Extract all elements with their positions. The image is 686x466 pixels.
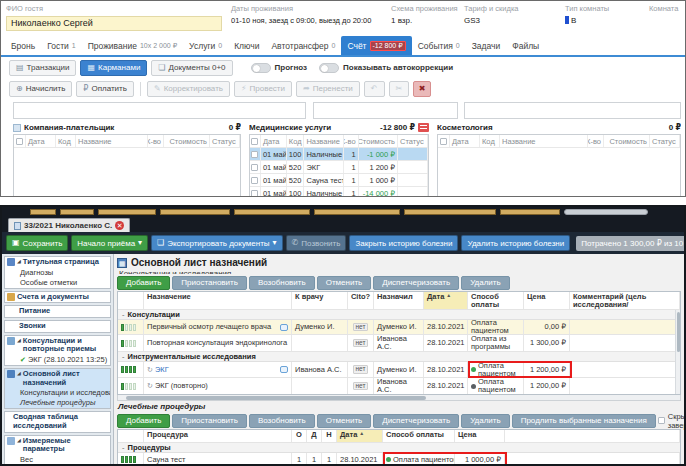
pay-button[interactable]: ₽Оплатить bbox=[76, 81, 134, 97]
row-checkbox[interactable] bbox=[251, 190, 258, 197]
sidebar-item-calls[interactable]: Звонки bbox=[5, 321, 110, 332]
row-checkbox[interactable] bbox=[251, 164, 258, 171]
tab-transfer[interactable]: Автотрансфер0 bbox=[265, 36, 341, 55]
stay-dates-value[interactable]: 01-10 ноя, заезд с 09:00, выезд до 20:00 bbox=[231, 16, 387, 25]
tab-events[interactable]: События0 bbox=[412, 36, 466, 55]
documents-button[interactable]: ❏Документы 0+0 bbox=[151, 60, 232, 76]
hide-completed-checkbox[interactable] bbox=[658, 417, 665, 424]
charge-button[interactable]: ⊕Начислить bbox=[9, 81, 72, 97]
tab-files[interactable]: Файлы bbox=[506, 36, 545, 55]
start-visit-button[interactable]: Начало приёма▾ bbox=[71, 235, 148, 251]
sidebar-item-measured-params[interactable]: ◢Измеряемые параметры bbox=[5, 436, 110, 455]
pause-button[interactable]: Приостановить bbox=[172, 414, 247, 428]
table-row[interactable]: 01 май 520 ЭКГ 1 1 200 ₽ bbox=[250, 161, 428, 174]
room-type-value[interactable]: В bbox=[565, 16, 609, 25]
pause-button[interactable]: Приостановить bbox=[172, 276, 247, 290]
table-row[interactable]: 01 май 520 Сауна тест 1 1 000 ₽ bbox=[250, 174, 428, 187]
table-row[interactable]: ↻ЭКГ Иванова А.С. нет Думенко И. 28.10.2… bbox=[118, 362, 680, 378]
comment-bubble-icon[interactable] bbox=[280, 324, 288, 331]
transfer-arrow-icon: ➦ bbox=[303, 85, 310, 93]
sidebar-group-title-page: ◢Титульная страница Диагнозы Особые отме… bbox=[4, 256, 111, 289]
table-row[interactable]: 01 май 100 Наличные 1 -1 000 ₽ bbox=[250, 148, 428, 161]
sidebar-item-bills-documents[interactable]: Счета и документы bbox=[5, 292, 110, 303]
close-tab-icon[interactable]: ✕ bbox=[115, 221, 124, 230]
select-all-checkbox[interactable] bbox=[251, 138, 258, 145]
group-row-instrumental[interactable]: -Инструментальные исследования bbox=[118, 352, 680, 362]
call-button[interactable]: ✆Позвонить bbox=[286, 235, 347, 251]
dispatch-button[interactable]: Диспетчеризовать bbox=[373, 276, 459, 290]
check-icon: ✔ bbox=[20, 356, 26, 363]
group-row-consultations[interactable]: -Консультации bbox=[118, 310, 680, 320]
sidebar-item-consult-research[interactable]: Консультации и исследования bbox=[5, 388, 110, 398]
forecast-toggle[interactable] bbox=[251, 63, 271, 73]
tab-tasks[interactable]: Задачи bbox=[466, 36, 507, 55]
sidebar-item-summary-table[interactable]: Сводная таблица исследований bbox=[5, 412, 110, 431]
resume-button[interactable]: Возобновить bbox=[249, 414, 315, 428]
collapse-icon: - bbox=[122, 443, 125, 452]
pockets-button[interactable]: ▦Карманами bbox=[80, 60, 147, 76]
comment-bubble-icon[interactable] bbox=[280, 366, 288, 373]
transfer-button[interactable]: ➦Перенести bbox=[296, 81, 360, 97]
correct-button[interactable]: ✎Корректировать bbox=[147, 81, 230, 97]
tab-bron[interactable]: Бронь bbox=[5, 36, 41, 55]
row-checkbox[interactable] bbox=[251, 177, 258, 184]
select-all-checkbox[interactable] bbox=[440, 138, 447, 145]
close-history-button[interactable]: Закрыть историю болезни bbox=[349, 235, 458, 251]
tab-services[interactable]: Услуги0 bbox=[183, 36, 228, 55]
sidebar-item-treatment-procedures[interactable]: Лечебные процедуры bbox=[5, 398, 110, 408]
tariff-value[interactable]: GS3 bbox=[464, 16, 519, 25]
emr-body: ◢Титульная страница Диагнозы Особые отме… bbox=[2, 254, 684, 466]
table-row[interactable]: ↻ЭКГ (повторно) нет Иванова А.С. 28.10.2… bbox=[118, 378, 680, 394]
sidebar-item-nutrition[interactable]: Питание bbox=[5, 306, 110, 317]
tab-keys[interactable]: Ключи bbox=[228, 36, 265, 55]
delete-button[interactable]: Удалить bbox=[461, 276, 510, 290]
transactions-icon: ▤ bbox=[16, 64, 24, 72]
sidebar-item-title-page[interactable]: ◢Титульная страница bbox=[5, 257, 110, 268]
vertical-scrollbar[interactable] bbox=[675, 310, 680, 394]
tab-stay[interactable]: Проживание10х 2 000 ₽ bbox=[82, 36, 183, 55]
delete-history-button[interactable]: Удалить историю болезни bbox=[461, 235, 570, 251]
prolong-button[interactable]: Продлить выбранные назначения bbox=[512, 414, 656, 428]
group-row-procedures[interactable]: -Процедуры bbox=[118, 443, 680, 453]
emr-tab-case[interactable]: 33/2021 Николаенко С. ✕ bbox=[8, 218, 130, 232]
table-row[interactable]: Первичный осмотр лечащего врача Думенко … bbox=[118, 320, 680, 335]
undo-button[interactable]: ↶ bbox=[364, 81, 385, 97]
sidebar-item-weight[interactable]: Вес bbox=[5, 455, 110, 465]
export-documents-button[interactable]: ❏Экспортировать документы▾ bbox=[151, 235, 283, 251]
add-button[interactable]: Добавить bbox=[117, 414, 170, 428]
tab-account[interactable]: Счёт-12 800 ₽ bbox=[341, 36, 411, 55]
fiscal-printer-icon[interactable] bbox=[418, 123, 429, 132]
tab-guests[interactable]: Гости1 bbox=[41, 36, 82, 55]
select-all-checkbox[interactable] bbox=[16, 138, 23, 145]
hide-completed-control[interactable]: Скрывать завершенные bbox=[658, 412, 684, 430]
dispatch-button[interactable]: Диспетчеризовать bbox=[373, 414, 459, 428]
row-checkbox[interactable] bbox=[251, 151, 258, 158]
cancel-button[interactable]: Отменить bbox=[317, 276, 372, 290]
sidebar-item-special-notes[interactable]: Особые отметки bbox=[5, 278, 110, 288]
table-row[interactable]: Сауна тест 1 1 1 28.10.2021 Оплата пацие… bbox=[118, 453, 680, 466]
add-button[interactable]: Добавить bbox=[117, 276, 170, 290]
save-button[interactable]: ▣Сохранить bbox=[6, 235, 68, 251]
delete-button[interactable]: Удалить bbox=[461, 414, 510, 428]
transactions-button[interactable]: ▤Транзакции bbox=[9, 60, 76, 76]
sort-column-date[interactable]: Дата▲ bbox=[337, 430, 383, 442]
table-row[interactable]: Повторная консультация эндокринолога нет… bbox=[118, 335, 680, 352]
sidebar-item-diagnoses[interactable]: Диагнозы bbox=[5, 268, 110, 278]
scheme-value[interactable]: 1 взр. bbox=[391, 16, 458, 25]
guest-name-input[interactable]: Николаенко Сергей bbox=[6, 16, 222, 31]
resume-button[interactable]: Возобновить bbox=[249, 276, 315, 290]
sidebar-item-consultations-repeat[interactable]: ◢Консультации и повторные приемы bbox=[5, 336, 110, 355]
cancel-button[interactable]: Отменить bbox=[317, 414, 372, 428]
booking-tabs: Бронь Гости1 Проживание10х 2 000 ₽ Услуг… bbox=[1, 35, 685, 57]
delete-transaction-button[interactable]: ✖ bbox=[413, 81, 431, 97]
cut-button[interactable]: ✂ bbox=[389, 81, 410, 97]
sort-column-date[interactable]: Дата▲ bbox=[424, 292, 468, 309]
repeat-icon: ↻ bbox=[147, 366, 153, 373]
horizontal-scrollbar[interactable] bbox=[117, 395, 681, 401]
post-button[interactable]: ⚡Провести bbox=[234, 81, 292, 97]
sidebar-item-prescription-sheet[interactable]: ◢Основной лист назначений bbox=[5, 369, 110, 388]
autocorrections-toggle[interactable] bbox=[319, 63, 339, 73]
sidebar-item-ekg-record[interactable]: ✔ЭКГ (28.10.2021 13:25) bbox=[5, 355, 110, 365]
ekg-link[interactable]: ЭКГ bbox=[155, 366, 169, 374]
table-row[interactable]: 01 май 100 Наличные 1 -14 000 ₽ bbox=[250, 187, 428, 197]
